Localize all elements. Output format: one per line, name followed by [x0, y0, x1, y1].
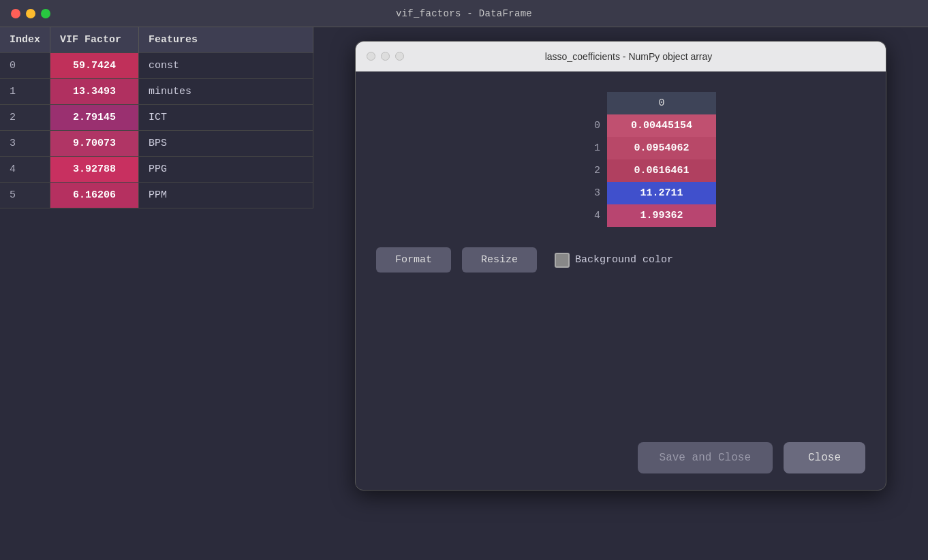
np-val-cell: 1.99362: [607, 204, 716, 227]
dialog-titlebar: lasso_coefficients - NumPy object array: [356, 42, 886, 72]
np-idx-cell: 4: [525, 204, 607, 227]
numpy-dialog: lasso_coefficients - NumPy object array …: [355, 41, 886, 491]
feature-cell: const: [139, 53, 313, 79]
feature-cell: BPS: [139, 131, 313, 157]
dialog-min-btn[interactable]: [381, 52, 390, 61]
table-row: 3 11.2711: [525, 182, 716, 204]
minimize-button-traffic[interactable]: [26, 9, 35, 18]
numpy-col-header: 0: [607, 92, 716, 114]
table-row: 4 1.99362: [525, 204, 716, 227]
window-controls: [11, 9, 50, 18]
dialog-footer: Save and Close Close: [356, 431, 886, 490]
np-idx-cell: 0: [525, 114, 607, 137]
vif-cell: 2.79145: [50, 105, 139, 131]
feature-cell: ICT: [139, 105, 313, 131]
dialog-max-btn[interactable]: [395, 52, 404, 61]
dialog-body: 0 0 0.00445154 1 0.0954062 2 0.0616461 3…: [356, 72, 886, 431]
bg-color-label: Background color: [575, 254, 673, 266]
format-button[interactable]: Format: [376, 247, 451, 273]
right-panel: lasso_coefficients - NumPy object array …: [313, 27, 928, 560]
bg-color-control: Background color: [555, 253, 673, 268]
numpy-table-wrapper: 0 0 0.00445154 1 0.0954062 2 0.0616461 3…: [376, 92, 865, 227]
col-header-index: Index: [0, 27, 50, 53]
idx-cell: 1: [0, 79, 50, 105]
close-dialog-button[interactable]: Close: [784, 442, 865, 473]
np-idx-cell: 3: [525, 182, 607, 204]
main-content: Index VIF Factor Features 0 59.7424 cons…: [0, 27, 928, 560]
dialog-title: lasso_coefficients - NumPy object array: [409, 51, 848, 62]
table-row: 3 9.70073 BPS: [0, 131, 313, 157]
idx-cell: 2: [0, 105, 50, 131]
feature-cell: minutes: [139, 79, 313, 105]
np-val-cell: 0.00445154: [607, 114, 716, 137]
np-idx-cell: 1: [525, 137, 607, 159]
numpy-table: 0 0 0.00445154 1 0.0954062 2 0.0616461 3…: [525, 92, 716, 227]
np-idx-cell: 2: [525, 159, 607, 182]
save-and-close-button[interactable]: Save and Close: [638, 442, 773, 473]
table-row: 1 13.3493 minutes: [0, 79, 313, 105]
table-row: 5 6.16206 PPM: [0, 183, 313, 208]
vif-cell: 6.16206: [50, 183, 139, 208]
table-row: 2 0.0616461: [525, 159, 716, 182]
feature-cell: PPG: [139, 157, 313, 183]
vif-cell: 9.70073: [50, 131, 139, 157]
close-button-traffic[interactable]: [11, 9, 20, 18]
vif-cell: 13.3493: [50, 79, 139, 105]
col-header-vif: VIF Factor: [50, 27, 139, 53]
left-panel: Index VIF Factor Features 0 59.7424 cons…: [0, 27, 313, 560]
np-val-cell: 0.0616461: [607, 159, 716, 182]
idx-cell: 4: [0, 157, 50, 183]
table-row: 1 0.0954062: [525, 137, 716, 159]
idx-cell: 3: [0, 131, 50, 157]
format-resize-row: Format Resize Background color: [376, 247, 865, 273]
vif-cell: 59.7424: [50, 53, 139, 79]
table-row: 4 3.92788 PPG: [0, 157, 313, 183]
vif-cell: 3.92788: [50, 157, 139, 183]
bg-color-swatch[interactable]: [555, 253, 570, 268]
dialog-close-btn[interactable]: [367, 52, 375, 61]
vif-dataframe-table: Index VIF Factor Features 0 59.7424 cons…: [0, 27, 313, 208]
feature-cell: PPM: [139, 183, 313, 208]
title-bar: vif_factors - DataFrame: [0, 0, 928, 27]
table-row: 2 2.79145 ICT: [0, 105, 313, 131]
maximize-button-traffic[interactable]: [41, 9, 50, 18]
np-val-cell: 0.0954062: [607, 137, 716, 159]
np-val-cell: 11.2711: [607, 182, 716, 204]
resize-button[interactable]: Resize: [462, 247, 537, 273]
idx-cell: 5: [0, 183, 50, 208]
idx-cell: 0: [0, 53, 50, 79]
table-row: 0 0.00445154: [525, 114, 716, 137]
col-header-features: Features: [139, 27, 313, 53]
table-row: 0 59.7424 const: [0, 53, 313, 79]
window-title: vif_factors - DataFrame: [396, 8, 532, 19]
